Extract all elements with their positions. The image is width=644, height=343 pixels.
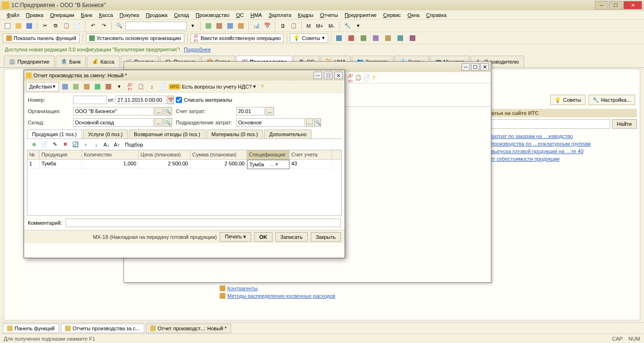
tips-button[interactable]: 💡Советы▾ <box>290 33 328 43</box>
close-button[interactable]: ✕ <box>623 1 642 9</box>
doc-tab-3[interactable]: Материалы (0 поз.) <box>206 130 264 139</box>
doc-tbar-icon-5[interactable] <box>104 82 113 91</box>
navtab-0[interactable]: 🏢Предприятие <box>4 56 55 67</box>
org-select-button[interactable]: ... <box>155 107 163 115</box>
enter-op-button[interactable]: ДтКтВвести хозяйственную операцию <box>190 33 284 43</box>
grid-header-4[interactable]: Сумма (плановая) <box>190 150 247 159</box>
cost-division-open-button[interactable]: 🔍 <box>314 118 321 127</box>
grid-cell-0[interactable]: 1 <box>27 160 40 169</box>
doc-tbar-dtkt-icon[interactable]: ДтКт <box>125 82 135 91</box>
doc-tbar-icon-2[interactable] <box>71 82 81 91</box>
its-link-3[interactable]: …чет себестоимости продукции <box>482 155 637 163</box>
doc-help-icon[interactable]: ? <box>257 82 267 91</box>
print-button[interactable]: Печать ▾ <box>220 232 251 242</box>
ok-button[interactable]: OK <box>254 232 272 242</box>
mid-link-1[interactable]: Методы распределения косвенных расходов <box>220 292 335 300</box>
save-icon[interactable] <box>25 21 34 31</box>
bg-maximize-button[interactable]: ☐ <box>471 63 479 71</box>
tool-icon-4[interactable] <box>236 21 246 31</box>
doc-minimize-button[interactable]: ─ <box>314 72 322 79</box>
menu-зарплата[interactable]: Зарплата <box>266 11 294 19</box>
task-0[interactable]: Панель функций <box>3 324 59 333</box>
cost-division-input[interactable] <box>236 118 305 127</box>
bg-minimize-button[interactable]: ─ <box>462 63 470 71</box>
menu-банк[interactable]: Банк <box>78 11 95 19</box>
quick-icon-7[interactable] <box>408 33 417 43</box>
search-icon[interactable]: 🔍 <box>115 21 124 31</box>
navtab-1[interactable]: 🏦Банк <box>56 56 86 67</box>
quick-icon-6[interactable] <box>396 33 405 43</box>
undo-icon[interactable]: ↶ <box>88 21 98 31</box>
bg-tool-icon-3[interactable]: 📄 <box>363 74 370 81</box>
m-label[interactable]: М <box>305 23 313 29</box>
navtab-2[interactable]: 💰Касса <box>87 56 120 67</box>
grid-cell-5[interactable]: ...✕ <box>247 160 289 169</box>
m-plus-label[interactable]: М+ <box>314 23 325 29</box>
menu-касса[interactable]: Касса <box>96 11 116 19</box>
doc-tbar-icon-8[interactable]: 📄 <box>158 82 167 91</box>
info-link[interactable]: Подробнее <box>184 47 211 52</box>
menu-кадры[interactable]: Кадры <box>295 11 316 19</box>
quick-icon-5[interactable] <box>383 33 393 43</box>
doc-tbar-icon-7[interactable]: ↕ <box>147 82 157 91</box>
bg-close-button[interactable]: ✕ <box>480 63 489 71</box>
org-input[interactable] <box>73 107 154 115</box>
menu-отчеты[interactable]: Отчеты <box>317 11 341 19</box>
warehouse-open-button[interactable]: 🔍 <box>164 118 172 127</box>
cost-division-select-button[interactable]: ... <box>306 118 313 127</box>
menu-файл[interactable]: Файл <box>4 11 22 19</box>
its-dropdown[interactable]: ▾ <box>253 83 256 90</box>
task-1[interactable]: Отчеты производства за с... <box>61 324 144 333</box>
menu-сервис[interactable]: Сервис <box>380 11 404 19</box>
minimize-button[interactable]: ─ <box>595 1 608 9</box>
quick-icon-4[interactable] <box>371 33 380 43</box>
date-picker-button[interactable]: 📅 <box>167 96 174 104</box>
paste-icon[interactable]: 📋 <box>62 21 71 31</box>
menu-склад[interactable]: Склад <box>171 11 192 19</box>
write-button[interactable]: Записать <box>275 232 308 242</box>
grid-refresh-icon[interactable]: 🔄 <box>71 140 80 149</box>
grid-header-0[interactable]: № <box>27 150 40 159</box>
new-icon[interactable] <box>3 21 12 31</box>
mx18-label[interactable]: МХ-18 (Накладная на передачу готовой про… <box>93 234 217 240</box>
its-link-2[interactable]: …т выпуска готовой продукции на …те 40 <box>482 147 637 155</box>
grid-header-5[interactable]: Спецификация <box>247 150 289 159</box>
grid-sort-asc-icon[interactable]: A↓ <box>102 140 111 149</box>
tips-side-button[interactable]: 💡Советы <box>550 95 585 105</box>
selection-button[interactable]: Подбор <box>125 142 143 147</box>
number-input[interactable] <box>73 96 107 104</box>
grid-down-icon[interactable]: ↓ <box>92 140 100 149</box>
quick-icon-1[interactable] <box>334 33 344 43</box>
cost-account-input[interactable] <box>236 107 264 115</box>
menu-нма[interactable]: НМА <box>248 11 264 19</box>
grid-header-2[interactable]: Количество <box>82 150 139 159</box>
wrench-icon[interactable]: 🔧 <box>343 21 352 31</box>
write-off-checkbox[interactable] <box>176 96 182 104</box>
cost-account-select-button[interactable]: ... <box>265 107 274 115</box>
grid-cell-3[interactable]: 2 500,00 <box>139 160 190 169</box>
grid-cell-6[interactable]: 43 <box>289 160 332 169</box>
copy-icon[interactable]: ⧉ <box>51 21 60 31</box>
quick-icon-2[interactable] <box>347 33 356 43</box>
its-link-1[interactable]: …т производства по …енклатурным группам <box>482 140 637 147</box>
calc-icon[interactable]: 📊 <box>252 21 261 31</box>
bg-help-icon[interactable]: ? <box>372 75 375 81</box>
grid-sort-desc-icon[interactable]: A↑ <box>113 140 121 149</box>
warehouse-input[interactable] <box>73 118 154 127</box>
menu-окна[interactable]: Окна <box>405 11 422 19</box>
menu-справка[interactable]: Справка <box>423 11 449 19</box>
doc-tab-1[interactable]: Услуги (0 поз.) <box>83 130 128 139</box>
grid-edit-icon[interactable]: ✎ <box>50 140 59 149</box>
search-input[interactable] <box>125 22 187 30</box>
doc-tbar-icon-3[interactable] <box>82 82 91 91</box>
bg-tool-icon-2[interactable]: 📋 <box>355 74 362 81</box>
its-search-input[interactable] <box>482 119 610 129</box>
spec-clear-button[interactable]: ✕ <box>275 162 279 167</box>
mid-link-0[interactable]: Контрагенты <box>220 285 335 292</box>
org-open-button[interactable]: 🔍 <box>164 107 172 115</box>
grid-cell-2[interactable]: 1,000 <box>82 160 139 169</box>
quick-icon-3[interactable] <box>359 33 368 43</box>
cut-icon[interactable]: ✂ <box>40 21 50 31</box>
its-question[interactable]: Есть вопросы по учету НДС? <box>182 84 252 90</box>
warehouse-select-button[interactable]: ... <box>155 118 163 127</box>
